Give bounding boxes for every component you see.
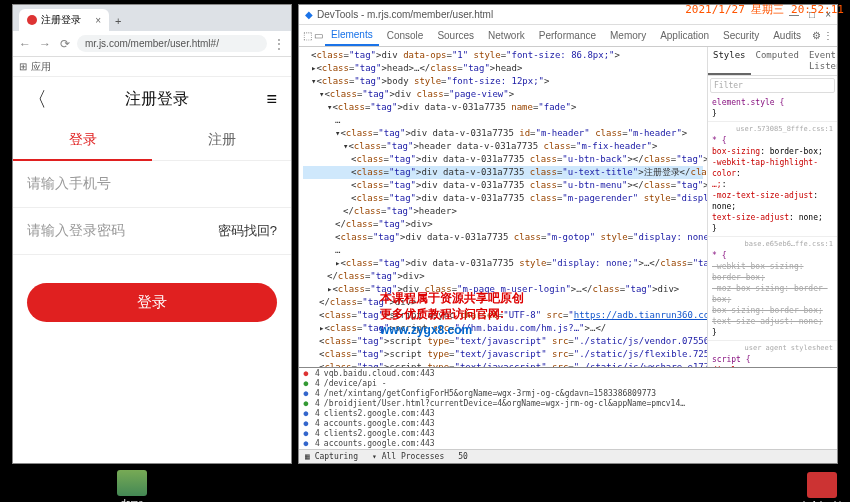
icon-label: damo (110, 498, 154, 502)
apps-label[interactable]: 应用 (31, 60, 51, 74)
tab-memory[interactable]: Memory (604, 26, 652, 45)
tab-sources[interactable]: Sources (431, 26, 480, 45)
fiddler-statusbar: ▦ Capturing ▾ All Processes 50 (299, 449, 837, 463)
styles-filter[interactable]: Filter (710, 78, 835, 93)
hamburger-icon[interactable]: ≡ (266, 89, 277, 110)
new-tab-button[interactable]: + (109, 11, 127, 31)
chrome-tabstrip: 注册登录 × + (13, 5, 291, 31)
tab-performance[interactable]: Performance (533, 26, 602, 45)
styles-pane[interactable]: Styles Computed Event Listeners Filter e… (707, 47, 837, 369)
devtools-title: DevTools - m.rjs.com/member/user.html (317, 9, 493, 20)
device-icon[interactable]: ▭ (314, 30, 323, 41)
inspect-icon[interactable]: ⬚ (303, 30, 312, 41)
desktop-icon-kafka[interactable]: kafakoshi (800, 472, 844, 502)
watermark-line1: 本课程属于资源共享吧原创 (380, 290, 524, 306)
favicon-icon (27, 15, 37, 25)
more-icon[interactable]: ⋮ (823, 30, 833, 41)
tab-security[interactable]: Security (717, 26, 765, 45)
tab-console[interactable]: Console (381, 26, 430, 45)
screen-timestamp: 2021/1/27 星期三 20:52:11 (685, 2, 844, 17)
phone-placeholder: 请输入手机号 (27, 175, 277, 193)
phone-field[interactable]: 请输入手机号 (13, 161, 291, 208)
back-arrow-icon[interactable]: 〈 (27, 86, 47, 113)
password-placeholder: 请输入登录密码 (27, 222, 218, 240)
tab-login[interactable]: 登录 (13, 121, 152, 161)
page-content: 〈 注册登录 ≡ 登录 注册 请输入手机号 请输入登录密码 密码找回? 登录 (13, 77, 291, 463)
rule-selector: element.style { (712, 97, 833, 108)
page-title: 注册登录 (125, 89, 189, 110)
devtools-tabs: ⬚ ▭ Elements Console Sources Network Per… (299, 25, 837, 47)
login-button[interactable]: 登录 (27, 283, 277, 322)
password-field[interactable]: 请输入登录密码 密码找回? (13, 208, 291, 255)
rule-source: user agent stylesheet (712, 343, 833, 354)
watermark-url: www.zygx8.com (380, 322, 524, 338)
apps-icon[interactable]: ⊞ (19, 61, 27, 72)
tab-register[interactable]: 注册 (152, 121, 291, 161)
devtools-app-icon: ◆ (305, 9, 313, 20)
chrome-menu-icon[interactable]: ⋮ (271, 37, 287, 51)
chrome-window: 注册登录 × + ← → ⟳ mr.js.com/member/user.htm… (12, 4, 292, 464)
side-tab-styles[interactable]: Styles (708, 47, 751, 75)
chrome-toolbar: ← → ⟳ mr.js.com/member/user.html#/ ⋮ (13, 31, 291, 57)
folder-icon (117, 470, 147, 496)
fiddler-panel: ●4vqb.baidu.cloud.com:443●4/device/api -… (298, 367, 838, 464)
side-tab-computed[interactable]: Computed (751, 47, 804, 75)
settings-icon[interactable]: ⚙ (812, 30, 821, 41)
session-count: 50 (458, 452, 468, 461)
session-list[interactable]: ●4vqb.baidu.cloud.com:443●4/device/api -… (299, 368, 837, 449)
auth-tabs: 登录 注册 (13, 121, 291, 161)
tab-audits[interactable]: Audits (767, 26, 807, 45)
rule-source[interactable]: base.e65eb6…ffe.css:1 (712, 239, 833, 250)
rule-source[interactable]: user.573085_8fffe.css:1 (712, 124, 833, 135)
side-tab-listeners[interactable]: Event Listeners (804, 47, 837, 75)
app-icon (807, 472, 837, 498)
address-bar[interactable]: mr.js.com/member/user.html#/ (77, 35, 267, 52)
watermark-overlay: 本课程属于资源共享吧原创 更多优质教程访问官网: www.zygx8.com (380, 290, 524, 338)
forward-icon[interactable]: → (37, 37, 53, 51)
reload-icon[interactable]: ⟳ (57, 37, 73, 51)
tab-application[interactable]: Application (654, 26, 715, 45)
watermark-line2: 更多优质教程访问官网: (380, 306, 524, 322)
desktop-icon-demo[interactable]: damo (110, 470, 154, 502)
mobile-header: 〈 注册登录 ≡ (13, 77, 291, 121)
forgot-password-link[interactable]: 密码找回? (218, 222, 277, 240)
back-icon[interactable]: ← (17, 37, 33, 51)
close-tab-icon[interactable]: × (95, 15, 101, 26)
rule-selector: script { (712, 354, 833, 365)
tab-network[interactable]: Network (482, 26, 531, 45)
tab-elements[interactable]: Elements (325, 25, 379, 46)
process-filter[interactable]: All Processes (382, 452, 445, 461)
chrome-tab[interactable]: 注册登录 × (19, 9, 109, 31)
bookmarks-bar: ⊞ 应用 (13, 57, 291, 77)
capturing-label[interactable]: Capturing (315, 452, 358, 461)
tab-title: 注册登录 (41, 13, 81, 27)
